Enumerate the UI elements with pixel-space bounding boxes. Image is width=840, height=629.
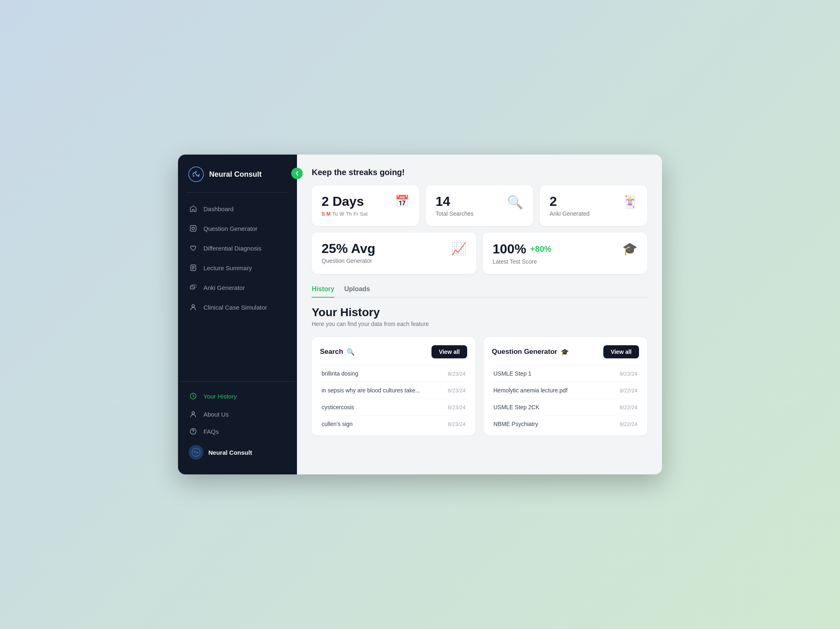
calendar-icon: 📅 — [395, 194, 409, 208]
day-Th: Th — [346, 211, 352, 217]
sidebar-item-lecture-summary[interactable]: Lecture Summary — [183, 258, 292, 277]
app-container: Neural Consult Dashboard — [178, 155, 662, 474]
main-content: Keep the streaks going! 2 Days S M Tu W … — [297, 155, 662, 474]
sidebar-item-lecture-summary-label: Lecture Summary — [203, 264, 252, 271]
search-card-header: Search 🔍 View all — [320, 345, 467, 358]
day-W: W — [340, 211, 344, 217]
total-searches-label: Total Searches — [436, 210, 474, 217]
history-cards-grid: Search 🔍 View all brillinta dosing 8/23/… — [312, 337, 647, 435]
sidebar-item-dashboard[interactable]: Dashboard — [183, 199, 292, 218]
history-section-title: Your History — [312, 306, 647, 319]
list-item: USMLE Step 2CK 8/22/24 — [492, 399, 639, 415]
day-Tu: Tu — [332, 211, 338, 217]
total-searches-left: 14 Total Searches — [436, 194, 474, 217]
list-item: USMLE Step 1 8/23/24 — [492, 365, 639, 382]
question-generator-icon — [189, 224, 198, 233]
tab-history[interactable]: History — [312, 285, 334, 298]
sidebar-item-differential-diagnosis[interactable]: Differential Diagnosis — [183, 239, 292, 258]
question-generator-history-card: Question Generator 🎓 View all USMLE Step… — [484, 337, 647, 435]
qgen-item-date-1: 8/22/24 — [620, 387, 637, 394]
streak-days-value: 2 Days — [322, 194, 368, 209]
latest-test-main-row: 100% +80% — [493, 242, 552, 257]
latest-test-left: 100% +80% Latest Test Score — [493, 242, 552, 265]
question-generator-card-header: Question Generator 🎓 View all — [492, 345, 639, 358]
search-item-date-0: 8/23/24 — [448, 371, 466, 377]
sidebar-item-faqs[interactable]: FAQs — [183, 423, 292, 440]
latest-test-change: +80% — [530, 244, 552, 254]
list-item: in sepsis why are blood cultures take...… — [320, 382, 467, 399]
sidebar-item-faqs-label: FAQs — [203, 428, 219, 435]
sidebar-app-title: Neural Consult — [209, 170, 262, 179]
sidebar-item-clinical-case-simulator[interactable]: Clinical Case Simulator — [183, 298, 292, 317]
sidebar-item-dashboard-label: Dashboard — [203, 205, 233, 212]
list-item: cullen's sign 8/23/24 — [320, 415, 467, 432]
anki-generated-label: Anki Generated — [550, 210, 589, 217]
search-item-text-0: brillinta dosing — [322, 370, 358, 377]
qgen-item-text-2: USMLE Step 2CK — [493, 404, 539, 410]
svg-point-1 — [195, 171, 197, 173]
sidebar: Neural Consult Dashboard — [178, 155, 297, 474]
graduation-icon: 🎓 — [622, 242, 637, 256]
sidebar-header: Neural Consult — [178, 155, 297, 192]
svg-point-12 — [192, 305, 194, 307]
search-card-title-row: Search 🔍 — [320, 348, 355, 356]
sidebar-collapse-button[interactable] — [291, 168, 303, 179]
streak-days-row: S M Tu W Th Fr Sat — [322, 211, 368, 217]
sidebar-item-anki-generator[interactable]: Anki Generator — [183, 278, 292, 297]
avg-score-card: 25% Avg Question Generator 📈 — [312, 232, 476, 274]
qgen-item-text-1: Hemolytic anemia lecture.pdf — [493, 387, 568, 394]
streak-header: Keep the streaks going! — [312, 168, 647, 177]
sidebar-item-your-history[interactable]: Your History — [183, 387, 292, 406]
sidebar-divider-top — [186, 192, 289, 193]
avg-score-label: Question Generator — [322, 258, 375, 264]
sidebar-item-clinical-case-simulator-label: Clinical Case Simulator — [203, 304, 267, 311]
search-item-text-3: cullen's sign — [322, 421, 353, 427]
anki-generator-icon — [189, 283, 198, 292]
search-history-card: Search 🔍 View all brillinta dosing 8/23/… — [312, 337, 475, 435]
svg-rect-10 — [190, 286, 194, 289]
search-item-text-1: in sepsis why are blood cultures take... — [322, 387, 420, 394]
svg-point-5 — [192, 227, 194, 230]
qgen-item-text-3: NBME Psychiatry — [493, 421, 538, 427]
streak-days-left: 2 Days S M Tu W Th Fr Sat — [322, 194, 368, 217]
chart-icon: 📈 — [451, 242, 466, 256]
lecture-summary-icon — [189, 263, 198, 272]
sidebar-item-about-us-label: About Us — [203, 411, 229, 418]
search-view-all-button[interactable]: View all — [431, 345, 467, 358]
qgen-item-date-0: 8/23/24 — [620, 371, 637, 377]
day-Fr: Fr — [354, 211, 358, 217]
sidebar-item-about-us[interactable]: About Us — [183, 406, 292, 423]
day-S: S — [322, 211, 325, 217]
sidebar-item-differential-diagnosis-label: Differential Diagnosis — [203, 245, 261, 252]
avg-score-value: 25% Avg — [322, 242, 375, 256]
sidebar-user-name: Neural Consult — [208, 449, 252, 456]
history-section-subtitle: Here you can find your data from each fe… — [312, 321, 647, 327]
streak-days-card: 2 Days S M Tu W Th Fr Sat 📅 — [312, 185, 419, 226]
search-item-date-2: 8/23/24 — [448, 404, 466, 410]
search-item-date-1: 8/23/24 — [448, 387, 466, 394]
sidebar-nav: Dashboard Question Generator Differen — [178, 199, 297, 378]
stats-row-1: 2 Days S M Tu W Th Fr Sat 📅 14 — [312, 185, 647, 226]
list-item: brillinta dosing 8/23/24 — [320, 365, 467, 382]
tab-uploads[interactable]: Uploads — [344, 285, 370, 298]
total-searches-card: 14 Total Searches 🔍 — [426, 185, 533, 226]
faqs-icon — [189, 427, 198, 436]
sidebar-bottom: Your History About Us — [178, 381, 297, 474]
total-searches-value: 14 — [436, 194, 474, 209]
sidebar-item-question-generator[interactable]: Question Generator — [183, 219, 292, 238]
svg-point-16 — [193, 433, 194, 433]
qgen-item-date-2: 8/22/24 — [620, 404, 637, 410]
qgen-item-date-3: 8/22/24 — [620, 421, 637, 427]
list-item: cysticercosis 8/23/24 — [320, 399, 467, 415]
history-tabs: History Uploads — [312, 285, 647, 298]
sidebar-user[interactable]: Neural Consult — [183, 440, 292, 465]
latest-test-card: 100% +80% Latest Test Score 🎓 — [483, 232, 647, 274]
search-item-text-2: cysticercosis — [322, 404, 354, 410]
question-generator-view-all-button[interactable]: View all — [603, 345, 639, 358]
question-generator-card-icon: 🎓 — [561, 348, 569, 356]
search-item-date-3: 8/23/24 — [448, 421, 466, 427]
svg-point-3 — [198, 175, 199, 177]
sidebar-item-your-history-label: Your History — [203, 393, 237, 400]
list-item: NBME Psychiatry 8/22/24 — [492, 415, 639, 432]
avg-score-left: 25% Avg Question Generator — [322, 242, 375, 264]
